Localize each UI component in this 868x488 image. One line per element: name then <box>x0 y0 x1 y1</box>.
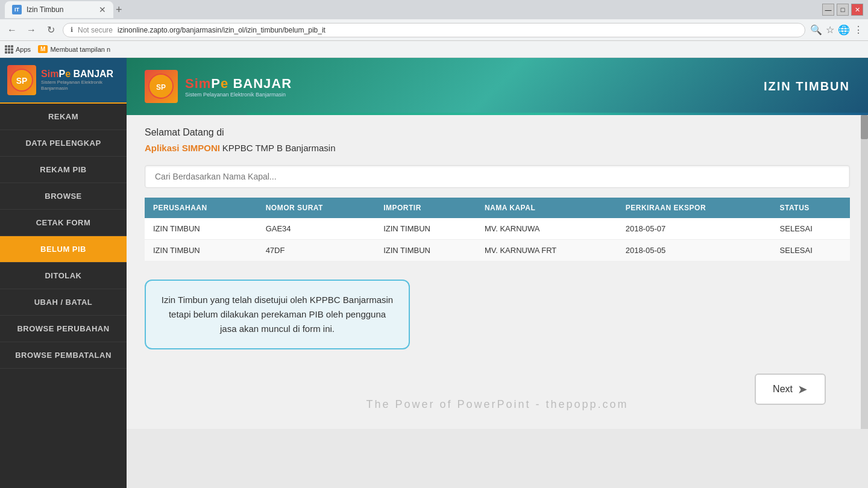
table-cell-0: IZIN TIMBUN <box>145 218 257 240</box>
apps-grid-icon <box>5 45 13 54</box>
col-header-importir: IMPORTIR <box>375 198 476 218</box>
sidebar-menu: REKAM DATA PELENGKAP REKAM PIB BROWSE CE… <box>0 104 127 369</box>
main-content: SP SimPe BANJAR Sistem Pelayanan Elektro… <box>127 58 868 488</box>
menu-icon[interactable]: ⋮ <box>854 24 863 36</box>
content-area: Selamat Datang di Aplikasi SIMPONI KPPBC… <box>127 115 868 429</box>
next-button-label: Next <box>773 384 793 395</box>
table-cell-3: MV. KARNUWA FRT <box>476 240 617 261</box>
table-cell-1: 47DF <box>257 240 376 261</box>
sidebar-item-ubah-batal[interactable]: UBAH / BATAL <box>0 289 127 316</box>
col-header-perusahaan: PERUSAHAAN <box>145 198 257 218</box>
table-cell-4: 2018-05-07 <box>617 218 772 240</box>
table-cell-5: SELESAI <box>772 240 850 261</box>
app-name: Aplikasi SIMPONI <box>145 143 220 153</box>
second-bookmark[interactable]: M Membuat tampilan n <box>38 45 110 53</box>
tab-favicon: IT <box>12 5 22 14</box>
table-cell-2: IZIN TIMBUN <box>375 218 476 240</box>
tab-title: Izin Timbun <box>27 5 63 14</box>
sidebar: SP SimPe BANJAR Sistem Pelayanan Elektro… <box>0 58 127 488</box>
table-cell-5: SELESAI <box>772 218 850 240</box>
scrollbar-thumb[interactable] <box>861 115 868 139</box>
new-tab-button[interactable]: + <box>116 4 122 16</box>
browser-content: SP SimPe BANJAR Sistem Pelayanan Elektro… <box>0 58 868 488</box>
bookmarks-bar: Apps M Membuat tampilan n <box>0 41 868 58</box>
lock-icon: ℹ <box>71 26 73 34</box>
sidebar-item-browse-pembatalan[interactable]: BROWSE PEMBATALAN <box>0 342 127 369</box>
logo-text-area: SimPe BANJAR Sistem Pelayanan Elektronik… <box>41 69 119 91</box>
refresh-button[interactable]: ↻ <box>43 23 58 37</box>
welcome-section: Selamat Datang di Aplikasi SIMPONI KPPBC… <box>145 127 850 153</box>
table-cell-4: 2018-05-05 <box>617 240 772 261</box>
header-brand-name: SimPe BANJAR <box>185 76 292 92</box>
header-logo-area: SP SimPe BANJAR Sistem Pelayanan Elektro… <box>145 70 292 103</box>
tab-close-button[interactable]: ✕ <box>99 5 106 14</box>
table-cell-1: GAE34 <box>257 218 376 240</box>
sidebar-item-ditolak[interactable]: DITOLAK <box>0 263 127 289</box>
url-text: izinonline.zapto.org/banjarmasin/izin_ol… <box>118 26 326 34</box>
second-bookmark-label: Membuat tampilan n <box>50 46 110 53</box>
back-button[interactable]: ← <box>5 23 19 37</box>
star-icon[interactable]: ☆ <box>826 24 834 36</box>
next-button[interactable]: Next ➤ <box>755 374 826 405</box>
sidebar-item-rekam-pib[interactable]: REKAM PIB <box>0 157 127 183</box>
col-header-perkiraan-ekspor: PERKIRAAN EKSPOR <box>617 198 772 218</box>
col-header-nama-kapal: NAMA KAPAL <box>476 198 617 218</box>
header-page-title: IZIN TIMBUN <box>764 80 850 93</box>
globe-icon[interactable]: 🌐 <box>838 24 850 36</box>
logo-image: SP <box>7 65 36 95</box>
next-arrow-icon: ➤ <box>797 382 808 396</box>
col-header-status: STATUS <box>772 198 850 218</box>
brand-subtitle: Sistem Pelayanan Elektronik Banjarmasin <box>41 80 119 91</box>
sidebar-item-belum-pib[interactable]: BELUM PIB <box>0 236 127 263</box>
info-tooltip: Izin Timbun yang telah disetujui oleh KP… <box>145 280 410 349</box>
search-input[interactable] <box>145 165 850 188</box>
sidebar-item-rekam[interactable]: REKAM <box>0 104 127 130</box>
welcome-greeting: Selamat Datang di <box>145 127 850 138</box>
header-brand: SimPe BANJAR Sistem Pelayanan Elektronik… <box>185 76 292 98</box>
apps-bookmark[interactable]: Apps <box>5 45 31 54</box>
tooltip-text: Izin Timbun yang telah disetujui oleh KP… <box>162 295 393 334</box>
svg-text:SP: SP <box>16 76 28 86</box>
header-brand-sub: Sistem Pelayanan Elektronik Banjarmasin <box>185 92 292 98</box>
app-rest: KPPBC TMP B Banjarmasin <box>222 143 336 153</box>
data-table: PERUSAHAAN NOMOR SURAT IMPORTIR NAMA KAP… <box>145 198 850 261</box>
col-header-nomor-surat: NOMOR SURAT <box>257 198 376 218</box>
sidebar-logo: SP SimPe BANJAR Sistem Pelayanan Elektro… <box>0 58 127 104</box>
toolbar-icons: 🔍 ☆ 🌐 ⋮ <box>810 24 863 36</box>
table-row[interactable]: IZIN TIMBUNGAE34IZIN TIMBUNMV. KARNUWA20… <box>145 218 850 240</box>
browser-toolbar: ← → ↻ ℹ Not secure izinonline.zapto.org/… <box>0 19 868 41</box>
watermark-text: The Power of PowerPoint - thepopp.com <box>366 398 628 411</box>
brand-title: SimPe BANJAR <box>41 69 119 80</box>
sidebar-item-cetak-form[interactable]: CETAK FORM <box>0 210 127 236</box>
minimize-button[interactable]: — <box>822 4 834 16</box>
scrollbar-track[interactable] <box>861 115 868 429</box>
table-row[interactable]: IZIN TIMBUN47DFIZIN TIMBUNMV. KARNUWA FR… <box>145 240 850 261</box>
table-cell-2: IZIN TIMBUN <box>375 240 476 261</box>
forward-button[interactable]: → <box>24 23 39 37</box>
page-header: SP SimPe BANJAR Sistem Pelayanan Elektro… <box>127 58 868 115</box>
sidebar-item-browse-perubahan[interactable]: BROWSE PERUBAHAN <box>0 316 127 342</box>
address-bar[interactable]: ℹ Not secure izinonline.zapto.org/banjar… <box>63 23 805 37</box>
browser-tab[interactable]: IT Izin Timbun ✕ <box>5 1 113 18</box>
not-secure-label: Not secure <box>78 26 113 34</box>
maximize-button[interactable]: □ <box>837 4 849 16</box>
close-button[interactable]: ✕ <box>851 4 863 16</box>
app-description: Aplikasi SIMPONI KPPBC TMP B Banjarmasin <box>145 143 850 153</box>
sidebar-item-browse[interactable]: BROWSE <box>0 183 127 210</box>
content-wrapper: Selamat Datang di Aplikasi SIMPONI KPPBC… <box>127 115 868 429</box>
header-logo-img: SP <box>145 70 178 103</box>
table-cell-3: MV. KARNUWA <box>476 218 617 240</box>
svg-text:SP: SP <box>156 83 166 92</box>
sidebar-item-data-pelengkap[interactable]: DATA PELENGKAP <box>0 130 127 157</box>
apps-label: Apps <box>16 46 31 53</box>
table-cell-0: IZIN TIMBUN <box>145 240 257 261</box>
search-icon[interactable]: 🔍 <box>810 24 822 36</box>
window-controls: — □ ✕ <box>822 4 863 16</box>
